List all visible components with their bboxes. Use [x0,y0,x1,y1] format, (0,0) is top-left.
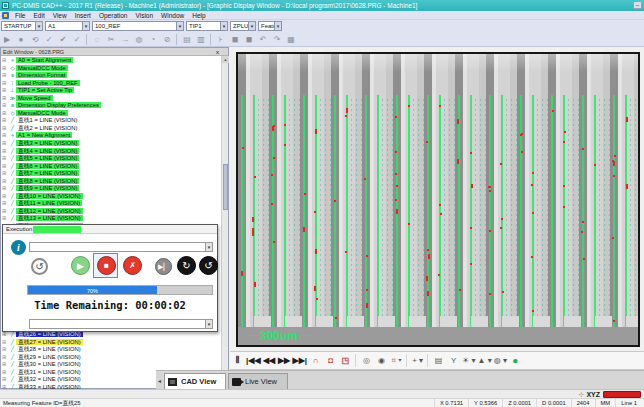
chevron-down-icon[interactable]: ▾ [35,22,42,30]
rotate-ccw-button[interactable]: ↺ [199,256,218,275]
features-combo[interactable]: Features▾ [258,21,282,31]
menu-help[interactable]: Help [188,11,209,20]
tree-row[interactable]: ⊞╱直线5 = LINE (VISION) [2,155,216,163]
tree-expander-icon[interactable]: ⊞ [2,215,9,223]
stop-button[interactable]: ■ [97,256,116,275]
go-first-icon[interactable]: |◀◀ [246,352,261,369]
scissors-icon[interactable]: ✂ [105,33,117,46]
menu-vision[interactable]: Vision [131,11,157,20]
blob-icon[interactable]: ◍ [133,33,145,46]
tree-expander-icon[interactable]: ⊞ [2,369,9,377]
chevron-down-icon[interactable]: ▾ [220,22,227,30]
menu-edit[interactable]: Edit [29,11,48,20]
tree-expander-icon[interactable]: ⊞ [2,376,9,384]
tree-expander-icon[interactable]: ⊞ [2,346,9,354]
play-button[interactable]: ▶ [71,256,90,275]
tree-expander-icon[interactable]: ⊞ [2,148,9,156]
tree-row[interactable]: ⊞⌖A1 = New Alignment [2,132,216,140]
separator[interactable] [355,354,357,367]
workplane-combo[interactable]: ZPLUS▾ [230,21,256,31]
group-alt-icon[interactable]: ◼ [243,33,255,46]
tree-expander-icon[interactable]: ⊞ [2,163,9,171]
probe-toggle-icon[interactable]: ⊦ [215,33,227,46]
tree-row[interactable]: ⊞≡Dimension Display Preferences [2,102,216,110]
tree-expander-icon[interactable]: ⊞ [2,361,9,369]
magnet-icon[interactable]: ∩ [309,352,322,369]
tree-expander-icon[interactable]: ⊞ [2,95,9,103]
arrow-right-icon[interactable]: → [119,33,131,46]
tree-expander-icon[interactable]: ⊞ [2,110,9,118]
add-icon[interactable]: + ▾ [411,352,424,369]
chevron-down-icon[interactable]: ▾ [82,22,89,30]
tree-expander-icon[interactable]: ⊞ [2,339,9,347]
tree-expander-icon[interactable]: ⊞ [2,354,9,362]
rotate-cw-button[interactable]: ↻ [177,256,196,275]
no-entry-icon[interactable]: ⊘ [161,33,173,46]
rewind-button[interactable]: ↺ [31,258,48,275]
cancel-button[interactable]: ✗ [123,256,142,275]
tree-expander-icon[interactable]: ⊞ [2,185,9,193]
tree-row[interactable]: ⊞╱直线2 = LINE (VISION) [2,125,216,133]
tree-row[interactable]: ⊞⌖A0 = Start Alignment [2,57,216,65]
chevron-down-icon[interactable]: ▾ [274,22,281,30]
chevron-down-icon[interactable]: ▾ [205,243,212,251]
pie-icon[interactable]: ◔ [147,33,159,46]
tree-row[interactable]: ⊞╱直线28 = LINE (VISION) [2,346,216,354]
report-icon[interactable]: ▤ [181,33,193,46]
tree-row[interactable]: ⊞╱直线10 = LINE (VISION) [2,193,216,201]
caliper-icon[interactable]: ⌗ ▾ [390,352,403,369]
lens-icon[interactable]: ◍ ▾ [494,352,507,369]
tree-row[interactable]: ⊞╱直线7 = LINE (VISION) [2,170,216,178]
menu-window[interactable]: Window [157,11,188,20]
report-alt-icon[interactable]: ▥ [195,33,207,46]
tree-expander-icon[interactable]: ⊞ [2,80,9,88]
tree-row[interactable]: ⊞╱直线30 = LINE (VISION) [2,361,216,369]
tree-expander-icon[interactable]: ⊞ [2,102,9,110]
pause-icon[interactable]: Ⅱ [231,352,244,369]
filter-icon[interactable]: Y [447,352,460,369]
tree-row[interactable]: ⊞╱直线6 = LINE (VISION) [2,163,216,171]
export-view-icon[interactable]: ◳ [339,352,352,369]
tree-row[interactable]: ⊞╱直线11 = LINE (VISION) [2,200,216,208]
tree-row[interactable]: ⊞╱直线3 = LINE (VISION) [2,140,216,148]
chevron-down-icon[interactable]: ▾ [248,22,255,30]
minimize-button[interactable]: – [633,1,642,9]
illumination-icon[interactable]: ☀ ▾ [462,352,475,369]
execute-icon[interactable]: ▶ [1,33,13,46]
print-icon[interactable]: ▦ [285,33,297,46]
scroll-up-icon[interactable]: ▲ [222,56,229,63]
tree-row[interactable]: ⊞≡Dimension Format [2,72,216,80]
axis-combo[interactable]: A1▾ [45,21,90,31]
execution-dialog-titlebar[interactable]: Execution [3,225,217,234]
surface-icon[interactable]: ▲ ▾ [478,352,492,369]
tree-expander-icon[interactable]: ⊞ [2,57,9,65]
tree-row[interactable]: ⊞╱直线29 = LINE (VISION) [2,354,216,362]
dashed-circle-icon[interactable]: ◌ [91,33,103,46]
tree-row[interactable]: ⊞⊥TIP1 = Set Active Tip [2,87,216,95]
tree-expander-icon[interactable]: ⊞ [2,170,9,178]
scrollbar-thumb[interactable] [223,164,228,210]
probe-file-combo[interactable]: 100_REF▾ [92,21,184,31]
alignment-combo[interactable]: STARTUP▾ [1,21,43,31]
tree-scrollbar[interactable]: ▲ ▼ [221,56,228,389]
tree-row[interactable]: ⊞╱直线12 = LINE (VISION) [2,208,216,216]
tree-expander-icon[interactable]: ⊞ [2,200,9,208]
tree-row[interactable]: ⊞╱直线1 = LINE (VISION) [2,117,216,125]
tip-combo[interactable]: TIP1▾ [186,21,228,31]
separator[interactable] [427,354,429,367]
tree-row[interactable]: ⊞╱直线27 = LINE (VISION) [2,339,216,347]
tree-row[interactable]: ⊞╱直线4 = LINE (VISION) [2,148,216,156]
tree-row[interactable]: ⊞◇ManualDCC Mode [2,110,216,118]
tree-expander-icon[interactable]: ⊞ [2,178,9,186]
tree-expander-icon[interactable]: ⊞ [2,331,9,339]
tree-expander-icon[interactable]: ⊞ [2,87,9,95]
tree-expander-icon[interactable]: ⊞ [2,125,9,133]
live-video-icon[interactable]: ● [509,352,522,369]
menu-insert[interactable]: Insert [71,11,95,20]
tree-expander-icon[interactable]: ⊞ [2,65,9,73]
chevron-down-icon[interactable]: ▾ [176,22,183,30]
tree-expander-icon[interactable]: ⊞ [2,155,9,163]
undo-icon[interactable]: ↶ [257,33,269,46]
tree-expander-icon[interactable]: ⊞ [2,72,9,80]
camera-image[interactable]: 300um [238,54,638,345]
